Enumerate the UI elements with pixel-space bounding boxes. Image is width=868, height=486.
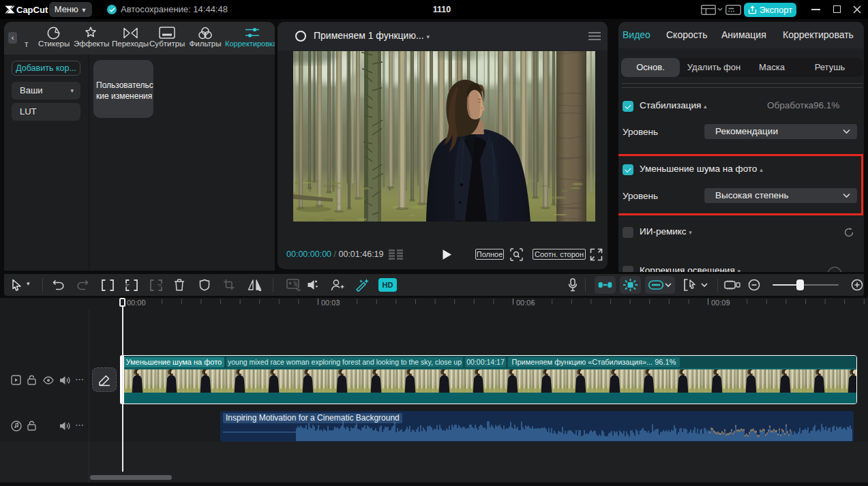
svg-text:00:09: 00:09 xyxy=(711,299,730,307)
svg-text:00:06: 00:06 xyxy=(516,299,535,307)
svg-text:00:00: 00:00 xyxy=(127,299,146,307)
svg-text:00:03: 00:03 xyxy=(321,299,340,307)
